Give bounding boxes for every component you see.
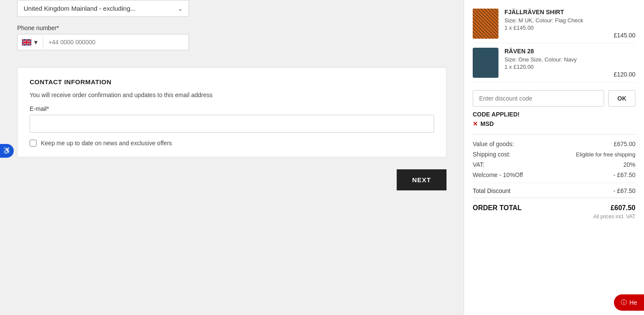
backpack-name: RÄVEN 28 bbox=[504, 48, 608, 55]
newsletter-wrapper: Keep me up to date on news and exclusive… bbox=[30, 140, 434, 147]
code-badge: ✕ MSD bbox=[473, 120, 635, 127]
shipping-value: Eligible for free shipping bbox=[576, 151, 635, 158]
remove-code-icon[interactable]: ✕ bbox=[473, 120, 478, 127]
accessibility-icon: ♿ bbox=[3, 147, 11, 155]
value-of-goods-value: £675.00 bbox=[614, 141, 635, 147]
welcome-discount-row: Welcome - 10%Off - £67.50 bbox=[473, 171, 635, 178]
backpack-image bbox=[473, 48, 498, 78]
backpack-meta: Size: One Size, Colour: Navy bbox=[504, 56, 608, 63]
next-button-wrapper: NEXT bbox=[17, 169, 447, 190]
phone-flag-selector[interactable]: ▼ bbox=[18, 36, 43, 49]
shipping-row: Shipping cost: Eligible for free shippin… bbox=[473, 151, 635, 158]
order-totals: Value of goods: £675.00 Shipping cost: E… bbox=[473, 134, 635, 220]
email-label: E-mail* bbox=[30, 105, 434, 112]
welcome-label: Welcome - 10%Off bbox=[473, 171, 523, 178]
shirt-meta: Size: M UK, Colour: Flag Check bbox=[504, 17, 608, 24]
shirt-name: FJÄLLRÄVEN SHIRT bbox=[504, 9, 608, 15]
accessibility-button[interactable]: ♿ bbox=[0, 144, 14, 158]
value-of-goods-row: Value of goods: £675.00 bbox=[473, 141, 635, 147]
shirt-price: £145.00 bbox=[614, 32, 635, 39]
order-total-row: ORDER TOTAL £607.50 bbox=[473, 198, 635, 212]
contact-description: You will receive order confirmation and … bbox=[30, 92, 434, 98]
help-label: He bbox=[629, 299, 637, 306]
email-input[interactable] bbox=[30, 115, 434, 133]
shipping-label: Shipping cost: bbox=[473, 151, 510, 158]
country-select[interactable]: United Kingdom Mainland - excluding... bbox=[17, 0, 189, 17]
phone-input[interactable] bbox=[43, 34, 188, 50]
total-discount-row: Total Discount - £67.50 bbox=[473, 183, 635, 194]
welcome-value: - £67.50 bbox=[614, 171, 635, 178]
right-panel: FJÄLLRÄVEN SHIRT Size: M UK, Colour: Fla… bbox=[464, 0, 644, 315]
shirt-qty-price: 1 x £145.00 bbox=[504, 24, 608, 31]
vat-label: VAT: bbox=[473, 161, 485, 168]
shirt-image bbox=[473, 9, 498, 39]
phone-dropdown-arrow: ▼ bbox=[33, 39, 39, 46]
help-button[interactable]: ⓘ He bbox=[614, 294, 644, 311]
country-select-wrapper[interactable]: United Kingdom Mainland - excluding... ⌄ bbox=[17, 0, 189, 17]
total-discount-label: Total Discount bbox=[473, 187, 510, 194]
order-total-value: £607.50 bbox=[611, 204, 635, 212]
backpack-price: £120.00 bbox=[614, 71, 635, 78]
contact-section-title: CONTACT INFORMATION bbox=[30, 78, 434, 86]
discount-input[interactable] bbox=[473, 90, 604, 107]
help-icon: ⓘ bbox=[621, 299, 627, 306]
backpack-details: RÄVEN 28 Size: One Size, Colour: Navy 1 … bbox=[504, 48, 608, 70]
phone-label: Phone number* bbox=[17, 24, 447, 31]
order-item-backpack: RÄVEN 28 Size: One Size, Colour: Navy 1 … bbox=[473, 43, 635, 83]
newsletter-checkbox[interactable] bbox=[30, 140, 36, 147]
code-name: MSD bbox=[480, 120, 494, 127]
total-discount-value: - £67.50 bbox=[614, 187, 635, 194]
phone-input-wrapper: ▼ bbox=[17, 34, 189, 50]
vat-row: VAT: 20% bbox=[473, 161, 635, 168]
all-prices-note: All prices incl. VAT bbox=[473, 214, 635, 220]
backpack-qty-price: 1 x £120.00 bbox=[504, 64, 608, 70]
code-applied-label: CODE APPLIED! bbox=[473, 111, 635, 118]
value-of-goods-label: Value of goods: bbox=[473, 141, 514, 147]
vat-value: 20% bbox=[623, 161, 635, 168]
order-total-label: ORDER TOTAL bbox=[473, 204, 522, 212]
plaid-pattern bbox=[473, 9, 498, 39]
order-item-shirt: FJÄLLRÄVEN SHIRT Size: M UK, Colour: Fla… bbox=[473, 4, 635, 43]
shipping-section: United Kingdom Mainland - excluding... ⌄… bbox=[17, 0, 447, 59]
shirt-details: FJÄLLRÄVEN SHIRT Size: M UK, Colour: Fla… bbox=[504, 9, 608, 31]
uk-flag-icon bbox=[22, 39, 31, 46]
newsletter-label[interactable]: Keep me up to date on news and exclusive… bbox=[41, 140, 172, 147]
backpack-visual bbox=[473, 48, 498, 78]
contact-section: CONTACT INFORMATION You will receive ord… bbox=[17, 67, 447, 157]
next-button[interactable]: NEXT bbox=[397, 169, 447, 190]
left-panel: United Kingdom Mainland - excluding... ⌄… bbox=[0, 0, 464, 315]
discount-section: OK bbox=[473, 90, 635, 107]
ok-button[interactable]: OK bbox=[608, 90, 635, 107]
